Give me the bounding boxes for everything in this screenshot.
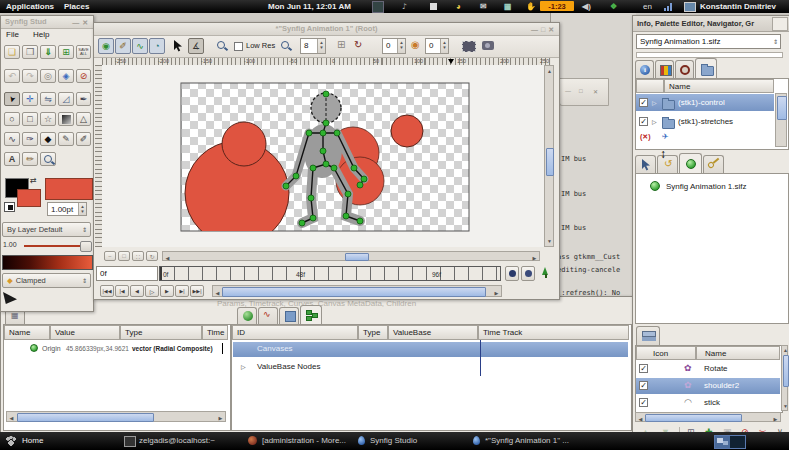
layers-header-icon[interactable]: Icon — [636, 346, 696, 360]
toggle-radius-ducks-button[interactable]: ◔ — [149, 38, 165, 54]
scroll-right-icon[interactable]: ▶ — [771, 415, 780, 423]
timebar[interactable]: 0f 48f 96f — [159, 266, 501, 281]
star-tool-button[interactable]: ☆ — [40, 112, 56, 126]
next-keyframe-button[interactable]: ▶| — [175, 285, 189, 297]
scroll-right-icon[interactable]: ▶ — [492, 289, 501, 297]
current-time-input[interactable]: 0f — [96, 266, 158, 281]
terminal-minimize-icon[interactable]: — — [565, 88, 571, 94]
time-cursor[interactable] — [160, 267, 162, 280]
sketch-tool-button[interactable]: ✎ — [58, 132, 74, 146]
layer-checkbox[interactable]: ✓ — [639, 398, 648, 407]
toggle-tangent-ducks-button[interactable]: ∿ — [132, 38, 148, 54]
toggle-vertex-ducks-button[interactable]: ✐ — [115, 38, 131, 54]
params-hscroll-thumb[interactable] — [17, 413, 154, 422]
group-row-stretches[interactable]: ✓ ▷ (stk1)-stretches — [636, 113, 774, 130]
layer-row-shoulder2[interactable]: ✓ ✿ shoulder2 — [636, 378, 780, 394]
params-hscrollbar[interactable]: ◀ ▶ — [6, 411, 226, 422]
menu-applications[interactable]: Applications — [6, 2, 54, 11]
eyedrop-tool-button[interactable]: ✐ — [76, 132, 91, 146]
temperature-badge[interactable]: -1:23 — [540, 1, 574, 11]
expander-icon[interactable]: ▷ — [652, 118, 657, 125]
polygon-tool-button[interactable]: △ — [76, 112, 91, 126]
canvas-drawing-area[interactable] — [102, 65, 544, 247]
children-tab[interactable] — [300, 305, 322, 325]
lock-future-keyframe-button[interactable] — [521, 266, 535, 281]
scroll-up-icon[interactable]: ▲ — [545, 67, 554, 75]
terminal-maximize-icon[interactable]: □ — [579, 88, 583, 94]
scale-tool-button[interactable]: ◿ — [58, 92, 74, 106]
spline-tool-button[interactable]: ∿ — [4, 132, 20, 146]
undo-button[interactable]: ↶ — [4, 69, 20, 83]
group-row-control[interactable]: ✓ ▷ (stk1)-control — [636, 94, 774, 111]
zoom-in-quality-button[interactable] — [278, 38, 294, 54]
menu-places[interactable]: Places — [64, 2, 89, 11]
gnome-foot-icon[interactable] — [6, 436, 16, 446]
circle-tool-button[interactable]: ○ — [4, 112, 20, 126]
swap-colors-icon[interactable]: ⇄ — [30, 176, 37, 185]
curves-tab[interactable]: ∿ — [258, 307, 278, 325]
open-file-button[interactable]: ❒ — [22, 45, 38, 59]
about-button[interactable]: ◈ — [58, 69, 74, 83]
layers-vscroll-thumb[interactable] — [783, 355, 789, 387]
gecko-tray-icon[interactable]: ❖ — [610, 2, 617, 11]
tool-options-tab[interactable] — [635, 155, 656, 174]
onion-skin-icon[interactable]: ◉ — [411, 39, 420, 50]
low-res-checkbox[interactable] — [234, 42, 243, 51]
line-width-spinner[interactable]: 1.00pt ▲▼ — [47, 202, 87, 216]
params-header-type[interactable]: Type — [120, 325, 202, 340]
timetrack-tab[interactable] — [237, 307, 257, 325]
groups-tab[interactable] — [695, 58, 717, 78]
keyboard-layout[interactable]: en — [643, 2, 652, 11]
navigator-tab[interactable] — [675, 60, 694, 78]
draw-tool-button[interactable]: ✏ — [22, 152, 38, 166]
menu-help[interactable]: Help — [33, 30, 49, 39]
groups-header-name[interactable]: Name — [664, 79, 774, 93]
spinner-arrows-icon[interactable]: ▲▼ — [440, 39, 448, 53]
layer-row-stick[interactable]: ✓ ◠ stick — [636, 395, 780, 411]
taskbar-home[interactable]: Home — [22, 436, 43, 445]
toolbox-titlebar[interactable]: Synfig Stud —✕ — [1, 16, 93, 29]
time-scroll-thumb[interactable] — [222, 287, 486, 297]
info-tab[interactable]: i — [635, 60, 654, 78]
scroll-right-icon[interactable]: ▶ — [530, 254, 539, 262]
canvas-titlebar[interactable]: *"Synfig Animation 1" (Root) —□✕ — [94, 23, 559, 36]
taskbar-animation[interactable]: *"Synfig Animation 1" ... — [485, 436, 569, 445]
layer-checkbox[interactable]: ✓ — [639, 381, 648, 390]
scroll-left-icon[interactable]: ◀ — [213, 289, 222, 297]
next-frame-button[interactable]: ▶ — [160, 285, 174, 297]
redo-button[interactable]: ↷ — [22, 69, 38, 83]
layers-hscroll-thumb[interactable] — [645, 414, 742, 422]
prev-keyframe-button[interactable]: |◀ — [115, 285, 129, 297]
scroll-up-icon[interactable]: ▲ — [781, 346, 789, 354]
scroll-left-icon[interactable]: ◀ — [163, 254, 172, 262]
canvas-refresh-button[interactable]: ↻ — [146, 251, 158, 261]
fill-color-preview[interactable] — [45, 178, 93, 200]
canvas-hscroll-thumb[interactable] — [345, 253, 369, 261]
scroll-down-icon[interactable]: ▼ — [781, 402, 789, 410]
window-tray-icon[interactable] — [430, 3, 437, 10]
stop-hand-icon[interactable]: ✋ — [526, 2, 536, 11]
rectangle-tool-button[interactable]: □ — [22, 112, 38, 126]
expander-icon[interactable]: ▷ — [241, 363, 246, 370]
spinner-arrows-icon[interactable]: ▲▼ — [317, 39, 325, 53]
canvas-vscroll-thumb[interactable] — [546, 148, 554, 176]
canvas-options-button[interactable]: ∷ — [132, 251, 144, 261]
keyframes-tab[interactable] — [703, 155, 724, 174]
import-button[interactable]: ⇓ — [40, 45, 56, 59]
workspace-switcher[interactable] — [714, 435, 746, 449]
params-header-time[interactable]: Time — [202, 325, 228, 340]
time-scrollbar[interactable]: ◀ ▶ — [212, 285, 502, 297]
text-tool-button[interactable]: A — [4, 152, 20, 166]
monitor-icon[interactable] — [684, 2, 696, 12]
library-header-id[interactable]: ID — [232, 325, 358, 340]
scroll-down-icon[interactable]: ▼ — [545, 237, 554, 245]
clock[interactable]: Mon Jun 11, 12:01 AM — [268, 2, 351, 11]
canvas-file-combo[interactable]: Synfig Animation 1.sifz ⇕ — [636, 34, 781, 49]
new-file-button[interactable]: ❏ — [4, 45, 20, 59]
interpolation-combo[interactable]: ◆ Clamped ⇕ — [2, 273, 91, 288]
play-button[interactable]: ▷ — [145, 285, 159, 297]
library-row-canvases[interactable]: Canvases — [233, 342, 628, 357]
layers-header-name[interactable]: Name — [696, 346, 780, 360]
groups-vscroll-thumb[interactable] — [777, 96, 787, 120]
zoom-out-quality-button[interactable] — [214, 38, 230, 54]
